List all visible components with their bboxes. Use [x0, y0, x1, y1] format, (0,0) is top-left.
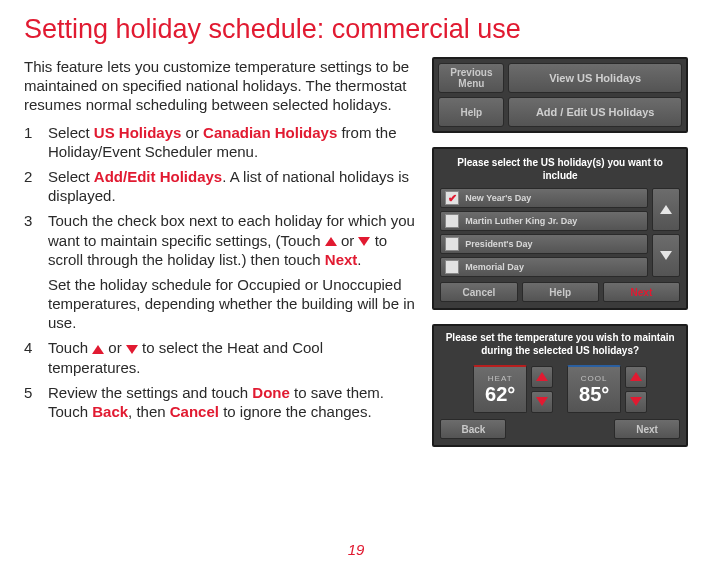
step-5: Review the settings and touch Done to sa… — [24, 383, 416, 421]
help-button[interactable]: Help — [438, 97, 504, 127]
step-3: Touch the check box next to each holiday… — [24, 211, 416, 332]
holiday-item-mlk[interactable]: Martin Luther King Jr. Day — [440, 211, 648, 231]
add-edit-holidays-label: Add/Edit Holidays — [94, 168, 222, 185]
holiday-label: New Year's Day — [465, 193, 531, 203]
next-button[interactable]: Next — [614, 419, 680, 439]
steps-list: Select US Holidays or Canadian Holidays … — [24, 123, 416, 422]
checkbox-icon[interactable] — [445, 260, 459, 274]
triangle-up-icon — [325, 237, 337, 246]
triangle-down-icon — [358, 237, 370, 246]
cool-display: COOL 85° — [567, 365, 621, 413]
holiday-list: ✔ New Year's Day Martin Luther King Jr. … — [440, 188, 648, 277]
checkbox-checked-icon[interactable]: ✔ — [445, 191, 459, 205]
panel-menu: Previous Menu Help View US Holidays Add … — [432, 57, 688, 133]
page-number: 19 — [348, 541, 365, 558]
heat-display: HEAT 62° — [473, 365, 527, 413]
triangle-up-icon — [630, 372, 642, 381]
add-edit-us-holidays-button[interactable]: Add / Edit US Holidays — [508, 97, 682, 127]
cool-up-button[interactable] — [625, 366, 647, 388]
triangle-down-icon — [660, 251, 672, 260]
cool-group: COOL 85° — [567, 365, 647, 413]
holiday-label: President's Day — [465, 239, 532, 249]
triangle-down-icon — [536, 397, 548, 406]
heat-value: 62° — [485, 383, 515, 406]
cool-label: COOL — [581, 374, 608, 383]
step-3-sub: Set the holiday schedule for Occupied or… — [48, 275, 416, 333]
holiday-item-presidents[interactable]: President's Day — [440, 234, 648, 254]
checkbox-icon[interactable] — [445, 237, 459, 251]
step-1: Select US Holidays or Canadian Holidays … — [24, 123, 416, 161]
set-temperature-prompt: Please set the temperature you wish to m… — [440, 332, 680, 365]
intro-text: This feature lets you customize temperat… — [24, 57, 416, 115]
help-button[interactable]: Help — [522, 282, 599, 302]
triangle-down-icon — [126, 345, 138, 354]
page-title: Setting holiday schedule: commercial use — [24, 14, 688, 45]
holiday-label: Memorial Day — [465, 262, 524, 272]
content: This feature lets you customize temperat… — [24, 57, 688, 447]
panel-select-holidays: Please select the US holiday(s) you want… — [432, 147, 688, 310]
heat-label: HEAT — [488, 374, 513, 383]
us-holidays-label: US Holidays — [94, 124, 182, 141]
next-label: Next — [325, 251, 358, 268]
checkbox-icon[interactable] — [445, 214, 459, 228]
cool-value: 85° — [579, 383, 609, 406]
next-button[interactable]: Next — [603, 282, 680, 302]
heat-down-button[interactable] — [531, 391, 553, 413]
triangle-down-icon — [630, 397, 642, 406]
step-2: Select Add/Edit Holidays. A list of nati… — [24, 167, 416, 205]
panel-set-temperature: Please set the temperature you wish to m… — [432, 324, 688, 447]
previous-menu-button[interactable]: Previous Menu — [438, 63, 504, 93]
scroll-down-button[interactable] — [652, 234, 680, 277]
step-4: Touch or to select the Heat and Cool tem… — [24, 338, 416, 376]
triangle-up-icon — [660, 205, 672, 214]
view-us-holidays-button[interactable]: View US Holidays — [508, 63, 682, 93]
screenshots-column: Previous Menu Help View US Holidays Add … — [432, 57, 688, 447]
select-holidays-prompt: Please select the US holiday(s) you want… — [440, 155, 680, 188]
heat-up-button[interactable] — [531, 366, 553, 388]
holiday-label: Martin Luther King Jr. Day — [465, 216, 577, 226]
heat-group: HEAT 62° — [473, 365, 553, 413]
back-button[interactable]: Back — [440, 419, 506, 439]
instructions-column: This feature lets you customize temperat… — [24, 57, 416, 447]
canadian-holidays-label: Canadian Holidays — [203, 124, 337, 141]
holiday-item-new-years[interactable]: ✔ New Year's Day — [440, 188, 648, 208]
done-label: Done — [252, 384, 290, 401]
cancel-button[interactable]: Cancel — [440, 282, 517, 302]
back-label: Back — [92, 403, 128, 420]
holiday-item-memorial[interactable]: Memorial Day — [440, 257, 648, 277]
cool-down-button[interactable] — [625, 391, 647, 413]
scroll-up-button[interactable] — [652, 188, 680, 231]
cancel-label: Cancel — [170, 403, 219, 420]
triangle-up-icon — [92, 345, 104, 354]
triangle-up-icon — [536, 372, 548, 381]
